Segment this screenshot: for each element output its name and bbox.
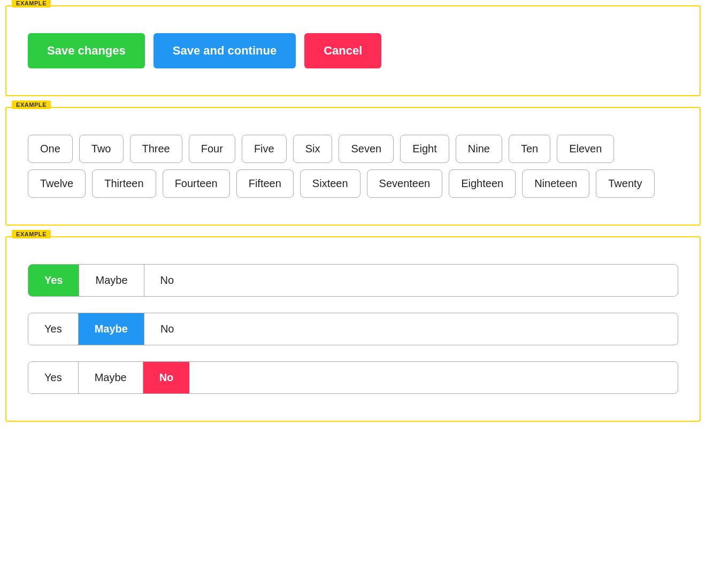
example-label-2: EXAMPLE [12, 100, 51, 109]
tag-twenty[interactable]: Twenty [596, 169, 654, 198]
tag-seven[interactable]: Seven [339, 135, 394, 163]
tag-two[interactable]: Two [79, 135, 124, 163]
toggle-group3-no[interactable]: No [143, 362, 190, 393]
toggle-group1-yes[interactable]: Yes [28, 265, 79, 296]
toggle-group-1: Yes Maybe No [28, 264, 678, 297]
tag-nine[interactable]: Nine [456, 135, 502, 163]
buttons-row: Save changes Save and continue Cancel [22, 22, 684, 79]
example-label-3: EXAMPLE [12, 230, 51, 238]
tag-fifteen[interactable]: Fifteen [236, 169, 294, 198]
toggle-group2-no[interactable]: No [144, 313, 190, 345]
tag-eleven[interactable]: Eleven [557, 135, 614, 163]
section1-block: EXAMPLE Save changes Save and continue C… [5, 5, 701, 96]
section2-block: EXAMPLE One Two Three Four Five Six Seve… [5, 107, 701, 226]
cancel-button[interactable]: Cancel [304, 33, 381, 68]
tag-thirteen[interactable]: Thirteen [92, 169, 156, 198]
toggle-group-2: Yes Maybe No [28, 313, 678, 345]
toggle-groups-container: Yes Maybe No Yes Maybe No Yes Maybe No [22, 253, 684, 405]
save-continue-button[interactable]: Save and continue [154, 33, 296, 68]
toggle-group2-yes[interactable]: Yes [28, 313, 79, 345]
tag-seventeen[interactable]: Seventeen [367, 169, 443, 198]
tag-fourteen[interactable]: Fourteen [163, 169, 230, 198]
tag-ten[interactable]: Ten [509, 135, 550, 163]
tag-twelve[interactable]: Twelve [28, 169, 86, 198]
tag-sixteen[interactable]: Sixteen [300, 169, 360, 198]
toggle-group1-maybe[interactable]: Maybe [79, 265, 144, 296]
tag-eighteen[interactable]: Eighteen [449, 169, 516, 198]
toggle-group3-maybe[interactable]: Maybe [79, 362, 143, 393]
save-changes-button[interactable]: Save changes [28, 33, 145, 68]
toggle-group2-maybe[interactable]: Maybe [79, 313, 144, 345]
tag-eight[interactable]: Eight [400, 135, 449, 163]
section3-block: EXAMPLE Yes Maybe No Yes Maybe No Yes Ma… [5, 236, 701, 422]
toggle-group3-yes[interactable]: Yes [28, 362, 79, 393]
tag-nineteen[interactable]: Nineteen [522, 169, 589, 198]
tag-six[interactable]: Six [293, 135, 333, 163]
toggle-group-3: Yes Maybe No [28, 361, 678, 394]
toggle-group1-no[interactable]: No [144, 265, 190, 296]
example-label-1: EXAMPLE [12, 0, 51, 7]
tags-container: One Two Three Four Five Six Seven Eight … [22, 124, 684, 208]
tag-four[interactable]: Four [189, 135, 235, 163]
tag-one[interactable]: One [28, 135, 73, 163]
tag-three[interactable]: Three [130, 135, 182, 163]
tag-five[interactable]: Five [242, 135, 287, 163]
